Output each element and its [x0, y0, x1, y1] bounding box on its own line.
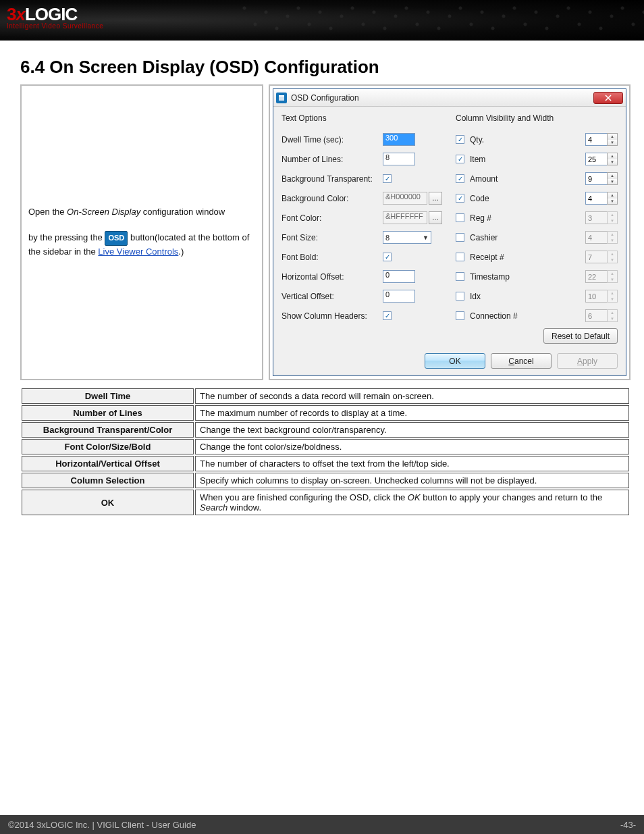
dialog-title: OSD Configuration: [291, 93, 593, 103]
column-visibility-header: Column Visibility and Width: [456, 113, 618, 123]
dialog-icon: [276, 93, 287, 103]
spinner-up-icon[interactable]: ▲: [608, 134, 617, 140]
ellipsis-button[interactable]: …: [429, 192, 442, 205]
field-label: Show Column Headers:: [281, 311, 383, 321]
spinner-up-icon: ▲: [608, 271, 617, 277]
def-text: Change the text background color/transpa…: [195, 422, 629, 438]
header-texture: [239, 0, 644, 41]
width-spinner: ▲▼: [585, 231, 618, 244]
width-spinner: ▲▼: [585, 251, 618, 263]
text-options-column: Text Options Dwell Time (sec):300Number …: [281, 113, 444, 325]
text-options-header: Text Options: [281, 113, 444, 123]
column-visibility-column: Column Visibility and Width ✓Qty.▲▼✓Item…: [456, 113, 618, 325]
checkbox[interactable]: [456, 292, 464, 301]
def-term: Column Selection: [22, 473, 194, 488]
def-text: The maximum number of records to display…: [195, 405, 629, 421]
text-input[interactable]: 0: [383, 270, 415, 283]
checkbox[interactable]: ✓: [456, 155, 464, 163]
checkbox[interactable]: ✓: [383, 253, 392, 261]
column-label: Connection #: [470, 311, 580, 321]
form-row: Font Size:8▼: [281, 228, 444, 247]
field-label: Background Transparent:: [281, 174, 383, 184]
spinner-down-icon: ▼: [608, 277, 617, 283]
form-row: Number of Lines:8: [281, 149, 444, 169]
form-row: Dwell Time (sec):300: [281, 130, 444, 149]
cancel-button[interactable]: Cancel: [491, 353, 552, 369]
column-row: Connection #▲▼: [456, 306, 618, 325]
spinner-down-icon[interactable]: ▼: [608, 159, 617, 165]
live-viewer-controls-link[interactable]: Live Viewer Controls: [98, 246, 178, 257]
reset-to-default-button[interactable]: Reset to Default: [543, 328, 618, 344]
column-label: Idx: [470, 292, 580, 301]
spinner-down-icon: ▼: [608, 316, 617, 322]
checkbox[interactable]: [456, 311, 464, 320]
ellipsis-button[interactable]: …: [429, 211, 442, 224]
intro-text: Open the: [28, 207, 67, 217]
spinner-up-icon[interactable]: ▲: [608, 192, 617, 199]
field-label: Horizontal Offset:: [281, 272, 383, 282]
text-input[interactable]: 0: [383, 290, 415, 303]
color-input: &HFFFFFF: [383, 211, 427, 224]
checkbox[interactable]: [456, 233, 464, 242]
checkbox[interactable]: [456, 272, 464, 281]
intro-text: configuration window: [140, 207, 225, 217]
width-spinner[interactable]: ▲▼: [585, 192, 618, 205]
combobox[interactable]: 8▼: [383, 231, 431, 244]
checkbox[interactable]: ✓: [383, 311, 392, 320]
field-label: Vertical Offset:: [281, 292, 383, 301]
spinner-down-icon: ▼: [608, 218, 617, 224]
close-icon[interactable]: [593, 92, 623, 104]
column-label: Receipt #: [470, 253, 580, 262]
column-label: Item: [470, 155, 580, 164]
def-text: When you are finished configuring the OS…: [195, 490, 629, 515]
form-row: Vertical Offset:0: [281, 286, 444, 306]
column-label: Timestamp: [470, 272, 580, 282]
column-row: ✓Code▲▼: [456, 188, 618, 208]
spinner-up-icon: ▲: [608, 290, 617, 296]
spinner-up-icon: ▲: [608, 251, 617, 257]
def-term: Background Transparent/Color: [22, 422, 194, 438]
intro-box: Open the On-Screen Display configuration…: [20, 84, 263, 380]
spinner-down-icon[interactable]: ▼: [608, 140, 617, 146]
intro-text: .): [178, 246, 184, 257]
width-spinner[interactable]: ▲▼: [585, 133, 618, 146]
spinner-down-icon[interactable]: ▼: [608, 179, 617, 185]
column-row: ✓Item▲▼: [456, 149, 618, 169]
checkbox[interactable]: ✓: [456, 135, 464, 144]
spinner-down-icon: ▼: [608, 296, 617, 303]
form-row: Background Transparent:✓: [281, 169, 444, 188]
spinner-up-icon[interactable]: ▲: [608, 173, 617, 179]
spinner-up-icon[interactable]: ▲: [608, 153, 617, 159]
text-input[interactable]: 8: [383, 153, 415, 165]
apply-button[interactable]: Apply: [557, 353, 618, 369]
column-row: Cashier▲▼: [456, 228, 618, 247]
def-term: OK: [22, 490, 194, 515]
form-row: Font Color:&HFFFFFF…: [281, 208, 444, 228]
spinner-down-icon: ▼: [608, 257, 617, 263]
text-input[interactable]: 300: [383, 133, 415, 146]
column-row: Reg #▲▼: [456, 208, 618, 228]
column-label: Amount: [470, 174, 580, 184]
width-spinner: ▲▼: [585, 270, 618, 283]
width-spinner[interactable]: ▲▼: [585, 172, 618, 185]
field-label: Font Size:: [281, 233, 383, 242]
checkbox[interactable]: ✓: [383, 174, 392, 183]
width-spinner[interactable]: ▲▼: [585, 153, 618, 165]
spinner-down-icon[interactable]: ▼: [608, 199, 617, 205]
section-title: 6.4 On Screen Display (OSD) Configuratio…: [20, 57, 630, 78]
checkbox[interactable]: [456, 253, 464, 261]
form-row: Background Color:&H000000…: [281, 188, 444, 208]
checkbox[interactable]: ✓: [456, 174, 464, 183]
checkbox[interactable]: ✓: [456, 194, 464, 203]
field-label: Font Color:: [281, 213, 383, 223]
ok-button[interactable]: OK: [425, 353, 485, 369]
color-input: &H000000: [383, 192, 427, 205]
column-row: Idx▲▼: [456, 286, 618, 306]
dialog-screenshot: OSD Configuration Text Options Dwell Tim…: [269, 84, 630, 380]
checkbox[interactable]: [456, 213, 464, 222]
width-spinner: ▲▼: [585, 211, 618, 224]
def-text: Specify which columns to display on-scre…: [195, 473, 629, 488]
dialog-titlebar: OSD Configuration: [273, 89, 626, 107]
logo: 3xLOGIC Intelligent Video Surveillance: [7, 4, 103, 30]
logo-three: 3: [7, 4, 16, 24]
